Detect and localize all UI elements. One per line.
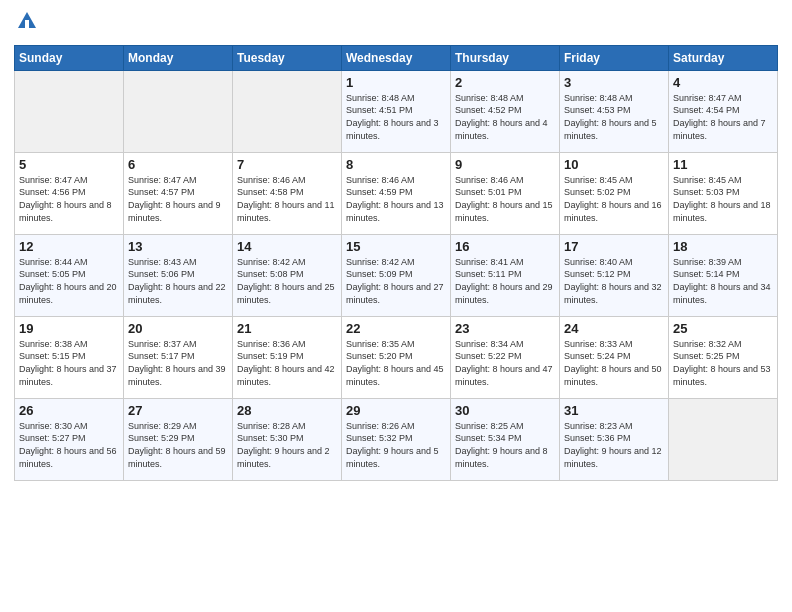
day-info: Sunrise: 8:46 AM Sunset: 5:01 PM Dayligh… <box>455 174 555 224</box>
day-info: Sunrise: 8:46 AM Sunset: 4:58 PM Dayligh… <box>237 174 337 224</box>
day-number: 30 <box>455 403 555 418</box>
day-cell: 5Sunrise: 8:47 AM Sunset: 4:56 PM Daylig… <box>15 152 124 234</box>
day-cell: 9Sunrise: 8:46 AM Sunset: 5:01 PM Daylig… <box>451 152 560 234</box>
calendar-table: SundayMondayTuesdayWednesdayThursdayFrid… <box>14 45 778 481</box>
day-info: Sunrise: 8:46 AM Sunset: 4:59 PM Dayligh… <box>346 174 446 224</box>
day-cell: 19Sunrise: 8:38 AM Sunset: 5:15 PM Dayli… <box>15 316 124 398</box>
day-number: 22 <box>346 321 446 336</box>
day-cell: 4Sunrise: 8:47 AM Sunset: 4:54 PM Daylig… <box>669 70 778 152</box>
week-row-3: 12Sunrise: 8:44 AM Sunset: 5:05 PM Dayli… <box>15 234 778 316</box>
day-cell: 20Sunrise: 8:37 AM Sunset: 5:17 PM Dayli… <box>124 316 233 398</box>
day-cell <box>669 398 778 480</box>
week-row-2: 5Sunrise: 8:47 AM Sunset: 4:56 PM Daylig… <box>15 152 778 234</box>
day-cell: 17Sunrise: 8:40 AM Sunset: 5:12 PM Dayli… <box>560 234 669 316</box>
header-cell-tuesday: Tuesday <box>233 45 342 70</box>
header-cell-thursday: Thursday <box>451 45 560 70</box>
day-cell: 31Sunrise: 8:23 AM Sunset: 5:36 PM Dayli… <box>560 398 669 480</box>
day-number: 27 <box>128 403 228 418</box>
day-cell: 6Sunrise: 8:47 AM Sunset: 4:57 PM Daylig… <box>124 152 233 234</box>
day-cell <box>233 70 342 152</box>
day-number: 29 <box>346 403 446 418</box>
day-cell: 21Sunrise: 8:36 AM Sunset: 5:19 PM Dayli… <box>233 316 342 398</box>
day-cell: 30Sunrise: 8:25 AM Sunset: 5:34 PM Dayli… <box>451 398 560 480</box>
day-cell: 25Sunrise: 8:32 AM Sunset: 5:25 PM Dayli… <box>669 316 778 398</box>
day-info: Sunrise: 8:29 AM Sunset: 5:29 PM Dayligh… <box>128 420 228 470</box>
day-info: Sunrise: 8:32 AM Sunset: 5:25 PM Dayligh… <box>673 338 773 388</box>
day-number: 15 <box>346 239 446 254</box>
day-number: 10 <box>564 157 664 172</box>
day-info: Sunrise: 8:47 AM Sunset: 4:57 PM Dayligh… <box>128 174 228 224</box>
logo-icon <box>16 10 38 32</box>
day-cell: 29Sunrise: 8:26 AM Sunset: 5:32 PM Dayli… <box>342 398 451 480</box>
day-number: 25 <box>673 321 773 336</box>
header-cell-friday: Friday <box>560 45 669 70</box>
day-number: 20 <box>128 321 228 336</box>
day-info: Sunrise: 8:43 AM Sunset: 5:06 PM Dayligh… <box>128 256 228 306</box>
day-info: Sunrise: 8:47 AM Sunset: 4:56 PM Dayligh… <box>19 174 119 224</box>
header-cell-wednesday: Wednesday <box>342 45 451 70</box>
day-info: Sunrise: 8:44 AM Sunset: 5:05 PM Dayligh… <box>19 256 119 306</box>
day-number: 8 <box>346 157 446 172</box>
day-info: Sunrise: 8:41 AM Sunset: 5:11 PM Dayligh… <box>455 256 555 306</box>
day-info: Sunrise: 8:36 AM Sunset: 5:19 PM Dayligh… <box>237 338 337 388</box>
day-cell: 1Sunrise: 8:48 AM Sunset: 4:51 PM Daylig… <box>342 70 451 152</box>
day-number: 3 <box>564 75 664 90</box>
day-number: 17 <box>564 239 664 254</box>
day-cell: 23Sunrise: 8:34 AM Sunset: 5:22 PM Dayli… <box>451 316 560 398</box>
day-cell: 13Sunrise: 8:43 AM Sunset: 5:06 PM Dayli… <box>124 234 233 316</box>
day-cell: 12Sunrise: 8:44 AM Sunset: 5:05 PM Dayli… <box>15 234 124 316</box>
logo <box>14 10 38 37</box>
week-row-5: 26Sunrise: 8:30 AM Sunset: 5:27 PM Dayli… <box>15 398 778 480</box>
day-info: Sunrise: 8:48 AM Sunset: 4:51 PM Dayligh… <box>346 92 446 142</box>
day-cell: 27Sunrise: 8:29 AM Sunset: 5:29 PM Dayli… <box>124 398 233 480</box>
day-cell: 22Sunrise: 8:35 AM Sunset: 5:20 PM Dayli… <box>342 316 451 398</box>
day-number: 4 <box>673 75 773 90</box>
day-cell: 3Sunrise: 8:48 AM Sunset: 4:53 PM Daylig… <box>560 70 669 152</box>
day-info: Sunrise: 8:33 AM Sunset: 5:24 PM Dayligh… <box>564 338 664 388</box>
header <box>14 10 778 37</box>
day-number: 13 <box>128 239 228 254</box>
day-cell <box>15 70 124 152</box>
day-number: 24 <box>564 321 664 336</box>
day-number: 18 <box>673 239 773 254</box>
day-info: Sunrise: 8:42 AM Sunset: 5:09 PM Dayligh… <box>346 256 446 306</box>
day-info: Sunrise: 8:48 AM Sunset: 4:52 PM Dayligh… <box>455 92 555 142</box>
header-cell-sunday: Sunday <box>15 45 124 70</box>
day-info: Sunrise: 8:23 AM Sunset: 5:36 PM Dayligh… <box>564 420 664 470</box>
day-info: Sunrise: 8:45 AM Sunset: 5:02 PM Dayligh… <box>564 174 664 224</box>
day-number: 14 <box>237 239 337 254</box>
day-number: 9 <box>455 157 555 172</box>
day-number: 12 <box>19 239 119 254</box>
day-number: 21 <box>237 321 337 336</box>
day-number: 19 <box>19 321 119 336</box>
day-info: Sunrise: 8:40 AM Sunset: 5:12 PM Dayligh… <box>564 256 664 306</box>
day-info: Sunrise: 8:34 AM Sunset: 5:22 PM Dayligh… <box>455 338 555 388</box>
day-number: 2 <box>455 75 555 90</box>
day-info: Sunrise: 8:48 AM Sunset: 4:53 PM Dayligh… <box>564 92 664 142</box>
day-info: Sunrise: 8:42 AM Sunset: 5:08 PM Dayligh… <box>237 256 337 306</box>
day-cell <box>124 70 233 152</box>
day-number: 31 <box>564 403 664 418</box>
day-cell: 18Sunrise: 8:39 AM Sunset: 5:14 PM Dayli… <box>669 234 778 316</box>
day-info: Sunrise: 8:26 AM Sunset: 5:32 PM Dayligh… <box>346 420 446 470</box>
header-row: SundayMondayTuesdayWednesdayThursdayFrid… <box>15 45 778 70</box>
day-info: Sunrise: 8:45 AM Sunset: 5:03 PM Dayligh… <box>673 174 773 224</box>
header-cell-monday: Monday <box>124 45 233 70</box>
day-info: Sunrise: 8:28 AM Sunset: 5:30 PM Dayligh… <box>237 420 337 470</box>
day-info: Sunrise: 8:37 AM Sunset: 5:17 PM Dayligh… <box>128 338 228 388</box>
day-number: 28 <box>237 403 337 418</box>
day-number: 1 <box>346 75 446 90</box>
day-cell: 2Sunrise: 8:48 AM Sunset: 4:52 PM Daylig… <box>451 70 560 152</box>
day-number: 7 <box>237 157 337 172</box>
day-info: Sunrise: 8:25 AM Sunset: 5:34 PM Dayligh… <box>455 420 555 470</box>
day-number: 16 <box>455 239 555 254</box>
day-info: Sunrise: 8:38 AM Sunset: 5:15 PM Dayligh… <box>19 338 119 388</box>
week-row-4: 19Sunrise: 8:38 AM Sunset: 5:15 PM Dayli… <box>15 316 778 398</box>
calendar-container: SundayMondayTuesdayWednesdayThursdayFrid… <box>0 0 792 491</box>
svg-rect-1 <box>25 20 29 28</box>
day-info: Sunrise: 8:35 AM Sunset: 5:20 PM Dayligh… <box>346 338 446 388</box>
day-number: 6 <box>128 157 228 172</box>
day-number: 11 <box>673 157 773 172</box>
day-number: 5 <box>19 157 119 172</box>
day-cell: 26Sunrise: 8:30 AM Sunset: 5:27 PM Dayli… <box>15 398 124 480</box>
